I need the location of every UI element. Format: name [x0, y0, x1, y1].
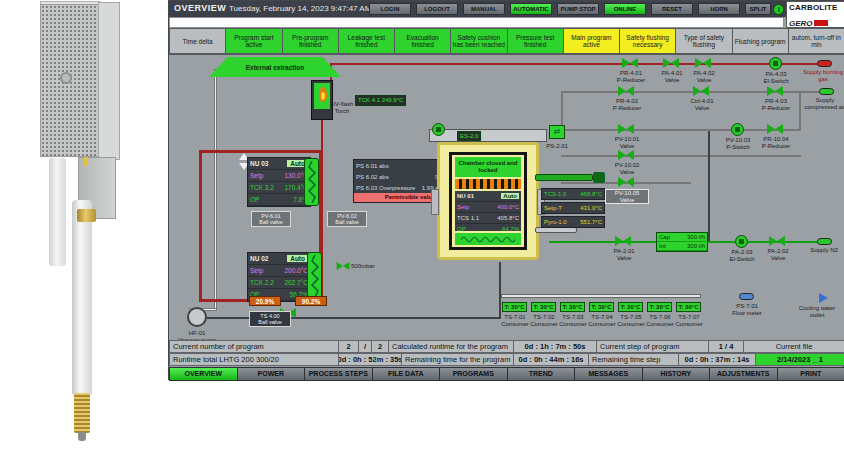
logout-button[interactable]: LOGOUT — [416, 3, 458, 15]
pv1005-valve-icon[interactable] — [618, 177, 634, 187]
nav-print[interactable]: PRINT — [778, 367, 844, 381]
n2-flow-table[interactable]: Cap300 l/h Int300 l/h — [656, 232, 708, 252]
nav-overview[interactable]: OVERVIEW — [169, 367, 238, 381]
logo-line2: GERO — [789, 19, 813, 28]
valve-position-left[interactable]: 20.9% — [249, 296, 281, 306]
pipe-vacuum — [499, 262, 501, 319]
automatic-button[interactable]: AUTOMATIC — [510, 3, 552, 15]
mode-badge: Auto — [287, 255, 308, 262]
ball-valve-box[interactable]: TS 4.00Ball valve — [249, 311, 291, 327]
sensor-value: 405.8°C — [497, 215, 519, 221]
pr1004-reducer-icon[interactable] — [767, 124, 783, 134]
pipe — [561, 129, 801, 131]
ts706-temp[interactable]: T: 30°C — [647, 302, 672, 312]
nav-trend[interactable]: TREND — [508, 367, 576, 381]
pump-stop-button[interactable]: PUMP STOP — [557, 3, 599, 15]
online-button[interactable]: ONLINE — [604, 3, 646, 15]
current-step-value: 1 / 4 — [709, 340, 744, 353]
status-main-program: Main program active — [564, 28, 620, 54]
burning-gas-supply-label: Supply burning gas — [801, 69, 844, 82]
tck41-readout[interactable]: TCK 4.1 249.9°C — [355, 95, 406, 106]
ts703-temp[interactable]: T: 30°C — [560, 302, 585, 312]
pa403-switch-icon[interactable] — [769, 57, 782, 70]
exchange-switch-icon[interactable]: ⇄ — [549, 125, 565, 139]
pa203-switch-icon[interactable] — [735, 235, 748, 248]
op-label: OP — [457, 226, 466, 232]
tcs10-readout: TCS-1.0468.8°C — [541, 188, 605, 200]
pa402-label: PA-4.02Valve — [682, 70, 726, 83]
nav-process-steps[interactable]: PROCESS STEPS — [305, 367, 373, 381]
pv1002-valve-icon[interactable] — [618, 150, 634, 160]
power-wave-indicator — [455, 233, 521, 245]
ball-valve-pv602[interactable]: PV-6.02Ball valve — [327, 211, 367, 227]
ts705-temp[interactable]: T: 30°C — [618, 302, 643, 312]
setp-t-readout: Setp-T431.0°C — [541, 202, 605, 214]
nav-programs[interactable]: PROGRAMS — [440, 367, 508, 381]
pr402-label: PR-4.02P-Reducer — [605, 98, 649, 111]
controller-nu03[interactable]: NU 03Auto Setp130.0°C TCK 3.2170.4°C OP7… — [247, 157, 311, 207]
pa202-valve-icon[interactable] — [769, 236, 785, 246]
ts707-label: TS-7.07Consumer — [667, 314, 711, 327]
slash: / — [359, 340, 372, 353]
relief-label: 500mbar — [351, 263, 381, 270]
bottom-navigation: OVERVIEW POWER PROCESS STEPS FILE DATA P… — [169, 367, 844, 381]
login-button[interactable]: LOGIN — [369, 3, 411, 15]
nav-power[interactable]: POWER — [238, 367, 306, 381]
pr403-reducer-icon[interactable] — [767, 86, 783, 96]
reset-button[interactable]: RESET — [651, 3, 693, 15]
ctrl401-label: Ctrl-4.01Valve — [680, 98, 724, 111]
ctrl401-valve-icon[interactable] — [693, 86, 709, 96]
pa402-valve-icon[interactable] — [695, 58, 711, 68]
brass-threaded-tip — [74, 393, 90, 433]
pipe-burning-gas — [332, 63, 824, 65]
vacuum-pump-icon[interactable] — [187, 307, 207, 327]
pa201-valve-icon[interactable] — [615, 236, 631, 246]
sensor-tag: TCK 2.2 — [250, 279, 274, 286]
remaining-step-label: Remaining time step — [589, 353, 679, 366]
nav-adjustments[interactable]: ADJUSTMENTS — [710, 367, 778, 381]
lid-switch-icon[interactable] — [432, 123, 445, 136]
pa401-valve-icon[interactable] — [663, 58, 679, 68]
n2-supply-port — [817, 238, 832, 245]
power-icon[interactable] — [773, 4, 784, 15]
manual-button[interactable]: MANUAL — [463, 3, 505, 15]
split-button[interactable]: SPLIT — [745, 3, 771, 15]
torch-burner[interactable] — [311, 80, 333, 120]
pr401-reducer-icon[interactable] — [622, 58, 638, 68]
pr403-label: PR-4.03P-Reducer — [754, 98, 798, 111]
extraction-hood: External extraction — [209, 57, 341, 77]
status-safety-cushion: Safety cushion has been reached — [451, 28, 507, 54]
pv1003-switch-icon[interactable] — [731, 123, 744, 136]
ball-valve-pv601[interactable]: PV-6.01Ball valve — [251, 211, 291, 227]
controller-tag: NU 02 — [250, 255, 268, 262]
ts704-temp[interactable]: T: 30°C — [589, 302, 614, 312]
chamber-core: Chamber closed and locked NU 01Auto Setp… — [449, 152, 527, 250]
controller-nu02[interactable]: NU 02Auto Setp200.0°C TCK 2.2202.7°C OP5… — [247, 252, 311, 302]
pv1001-valve-icon[interactable] — [618, 124, 634, 134]
controller-nu01[interactable]: NU 01Auto Setp400.0°C TCS 1.1405.8°C OP6… — [455, 191, 521, 231]
ts701-temp[interactable]: T: 30°C — [502, 302, 527, 312]
ts707-temp[interactable]: T: 30°C — [676, 302, 701, 312]
ps201-label: PS-2.01 — [537, 143, 577, 150]
nav-history[interactable]: HISTORY — [643, 367, 711, 381]
pr402-reducer-icon[interactable] — [618, 86, 634, 96]
relief-valve-icon[interactable] — [337, 262, 350, 270]
status-evacuation: Evacuation finished — [395, 28, 451, 54]
status-autom-turnoff: autom. turn-off in min — [789, 28, 844, 54]
ts702-temp[interactable]: T: 30°C — [531, 302, 556, 312]
compressed-air-supply-label: Supply compressed air — [803, 97, 844, 110]
mounting-pole — [49, 158, 66, 266]
runtime-total-label: Runtime total LHTG 200 300/20 — [169, 353, 339, 366]
nav-messages[interactable]: MESSAGES — [575, 367, 643, 381]
remaining-program-value: 0d : 0h : 44m : 16s — [514, 353, 589, 366]
pipe — [708, 131, 710, 241]
setp-value: 200.0°C — [284, 267, 308, 274]
flow-meter-icon[interactable] — [739, 293, 754, 300]
nav-file-data[interactable]: FILE DATA — [373, 367, 441, 381]
tube-end-cap — [78, 432, 86, 441]
current-file-value[interactable]: 2/14/2023 _ 1 — [756, 353, 844, 366]
horn-button[interactable]: HORN — [698, 3, 740, 15]
heater-symbol — [304, 158, 319, 206]
valve-position-right[interactable]: 90.2% — [295, 296, 327, 306]
furnace-chamber[interactable]: Chamber closed and locked NU 01Auto Setp… — [437, 142, 539, 260]
